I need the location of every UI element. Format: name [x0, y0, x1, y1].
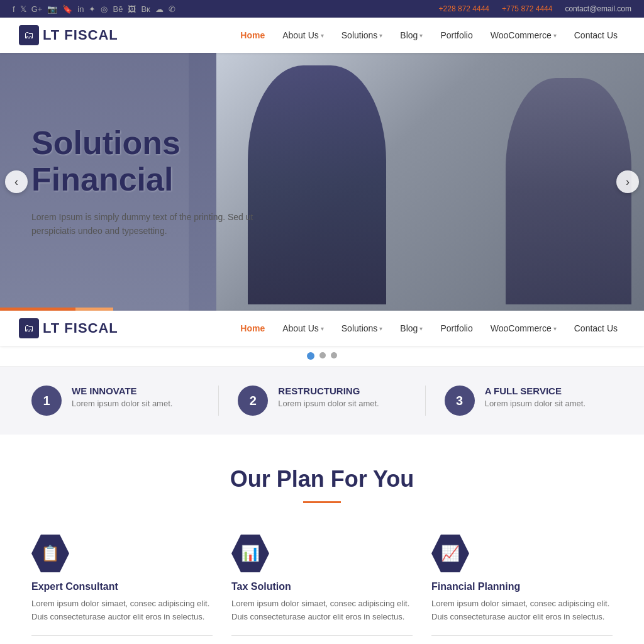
plan-card-2-desc: Lorem ipsum dolor simaet, consec adipisc…: [231, 597, 413, 624]
feature-2-text: RESTRUCTURING Lorem ipsum dolor sit amet…: [278, 386, 379, 408]
plan-card-3: 📈 Financial Planning Lorem ipsum dolor s…: [431, 528, 613, 644]
chevron-down-icon: ▾: [379, 325, 382, 332]
card-divider-2: [231, 635, 413, 636]
feature-3-title: A FULL SERVICE: [485, 386, 586, 396]
card-divider-1: [31, 635, 213, 636]
plan-card-1-title: Expert Consultant: [31, 581, 213, 592]
nav-contact[interactable]: Contact Us: [567, 25, 625, 45]
sticky-nav-home[interactable]: Home: [233, 318, 272, 338]
logo-icon: 🗂: [19, 25, 39, 45]
facebook-icon[interactable]: f: [13, 4, 15, 14]
feature-3-desc: Lorem ipsum dolor sit amet.: [485, 399, 586, 408]
nav-woocommerce[interactable]: WooCommerce ▾: [483, 25, 564, 45]
feature-1: 1 WE INNOVATE Lorem ipsum dolor sit amet…: [31, 386, 199, 416]
dot-3[interactable]: [331, 352, 337, 358]
bookmark-icon[interactable]: 🔖: [62, 4, 72, 14]
main-navbar: 🗂 LT FISCAL Home About Us ▾ Solutions ▾ …: [0, 18, 644, 53]
feature-1-num: 1: [31, 386, 62, 416]
nav-blog[interactable]: Blog ▾: [392, 25, 430, 45]
nav-home[interactable]: Home: [233, 25, 272, 45]
plan-card-1: 📋 Expert Consultant Lorem ipsum dolor si…: [31, 528, 213, 644]
star-icon[interactable]: ✦: [89, 4, 96, 14]
card-divider-3: [431, 635, 613, 636]
sticky-nav-woocommerce[interactable]: WooCommerce ▾: [483, 318, 564, 338]
feature-2-num: 2: [238, 386, 268, 416]
plan-card-3-desc: Lorem ipsum dolor simaet, consec adipisc…: [431, 597, 613, 624]
nav-about[interactable]: About Us ▾: [275, 25, 331, 45]
tax-solution-icon: 📊: [231, 535, 269, 572]
plan-card-2-title: Tax Solution: [231, 581, 413, 592]
plan-card-2: 📊 Tax Solution Lorem ipsum dolor simaet,…: [231, 528, 413, 644]
feature-1-text: WE INNOVATE Lorem ipsum dolor sit amet.: [72, 386, 172, 408]
sticky-nav-area: 🗂 LT FISCAL Home About Us ▾ Solutions ▾ …: [0, 311, 644, 367]
contact-info: +228 872 4444 +775 872 4444 contact@emai…: [439, 4, 631, 13]
feature-1-title: WE INNOVATE: [72, 386, 172, 396]
hero-title: Solutions Financial: [31, 125, 283, 197]
hero-content: Solutions Financial Lorem Ipsum is simpl…: [0, 87, 314, 275]
dot-1[interactable]: [307, 352, 314, 360]
feature-3-text: A FULL SERVICE Lorem ipsum dolor sit ame…: [485, 386, 586, 408]
twitter-icon[interactable]: 𝕏: [20, 4, 26, 14]
chevron-down-icon: ▾: [419, 32, 423, 39]
sticky-nav-menu: Home About Us ▾ Solutions ▾ Blog ▾ Portf…: [233, 318, 625, 338]
plan-cards: 📋 Expert Consultant Lorem ipsum dolor si…: [31, 528, 613, 644]
hero-section: ‹ Solutions Financial Lorem Ipsum is sim…: [0, 53, 644, 311]
expert-consultant-icon: 📋: [31, 535, 69, 572]
linkedin-icon[interactable]: in: [77, 4, 84, 14]
feature-2-title: RESTRUCTURING: [278, 386, 379, 396]
plan-title: Our Plan For You: [31, 466, 613, 492]
feature-divider-1: [218, 386, 219, 416]
image-icon[interactable]: 🖼: [128, 4, 136, 14]
skype-icon[interactable]: ☁: [155, 4, 164, 14]
sticky-nav-solutions[interactable]: Solutions ▾: [334, 318, 391, 338]
sticky-nav-portfolio[interactable]: Portfolio: [433, 318, 480, 338]
email[interactable]: contact@email.com: [565, 4, 631, 13]
sticky-nav-contact[interactable]: Contact Us: [567, 318, 625, 338]
phone2[interactable]: +775 872 4444: [502, 4, 552, 13]
feature-3-num: 3: [445, 386, 475, 416]
googleplus-icon[interactable]: G+: [31, 4, 43, 14]
chevron-down-icon: ▾: [553, 32, 557, 39]
chevron-down-icon: ▾: [553, 325, 557, 332]
logo: 🗂 LT FISCAL: [19, 25, 118, 45]
feature-divider-2: [425, 386, 426, 416]
whatsapp-icon[interactable]: ✆: [169, 4, 175, 14]
sticky-nav-blog[interactable]: Blog ▾: [392, 318, 430, 338]
top-bar: f 𝕏 G+ 📷 🔖 in ✦ ◎ Bē 🖼 Вк ☁ ✆ +228 872 4…: [0, 0, 644, 18]
sticky-logo-icon: 🗂: [19, 318, 39, 338]
feature-1-desc: Lorem ipsum dolor sit amet.: [72, 399, 172, 408]
financial-planning-icon: 📈: [431, 535, 469, 572]
chevron-down-icon: ▾: [379, 32, 382, 39]
features-strip: 1 WE INNOVATE Lorem ipsum dolor sit amet…: [0, 367, 644, 435]
logo-text: LT FISCAL: [43, 27, 118, 43]
sticky-logo: 🗂 LT FISCAL: [19, 318, 118, 338]
plan-section: Our Plan For You 📋 Expert Consultant Lor…: [0, 435, 644, 644]
hero-subtitle: Lorem Ipsum is simply dummy text of the …: [31, 210, 283, 238]
plan-card-3-title: Financial Planning: [431, 581, 613, 592]
chevron-down-icon: ▾: [321, 325, 324, 332]
vk-icon[interactable]: Вк: [141, 4, 150, 14]
carousel-dots: [0, 346, 644, 366]
plan-card-1-desc: Lorem ipsum dolor simaet, consec adipisc…: [31, 597, 213, 624]
feature-2: 2 RESTRUCTURING Lorem ipsum dolor sit am…: [238, 386, 406, 416]
plan-underline: [303, 501, 341, 503]
behance-icon[interactable]: Bē: [113, 4, 123, 14]
dot-2[interactable]: [319, 352, 326, 358]
sticky-logo-text: LT FISCAL: [43, 320, 118, 336]
social-icons: f 𝕏 G+ 📷 🔖 in ✦ ◎ Bē 🖼 Вк ☁ ✆: [13, 4, 175, 14]
feature-3: 3 A FULL SERVICE Lorem ipsum dolor sit a…: [445, 386, 613, 416]
nav-portfolio[interactable]: Portfolio: [433, 25, 480, 45]
next-arrow[interactable]: ›: [616, 170, 639, 193]
sticky-nav-about[interactable]: About Us ▾: [275, 318, 331, 338]
camera-icon[interactable]: 📷: [47, 4, 57, 14]
sticky-navbar: 🗂 LT FISCAL Home About Us ▾ Solutions ▾ …: [0, 311, 644, 346]
phone1[interactable]: +228 872 4444: [439, 4, 489, 13]
prev-arrow[interactable]: ‹: [5, 170, 28, 193]
chevron-down-icon: ▾: [419, 325, 423, 332]
instagram-icon[interactable]: ◎: [101, 4, 108, 14]
nav-menu: Home About Us ▾ Solutions ▾ Blog ▾ Portf…: [233, 25, 625, 45]
feature-2-desc: Lorem ipsum dolor sit amet.: [278, 399, 379, 408]
nav-solutions[interactable]: Solutions ▾: [334, 25, 391, 45]
chevron-down-icon: ▾: [321, 32, 324, 39]
